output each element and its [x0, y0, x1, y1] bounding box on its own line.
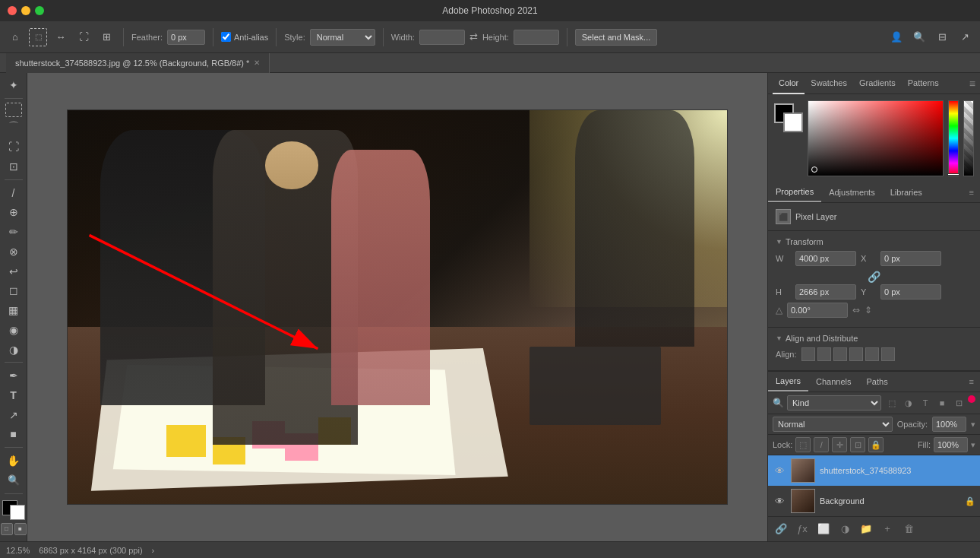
- align-top-icon[interactable]: [849, 347, 863, 361]
- flip-h-icon[interactable]: ⇔: [852, 305, 860, 315]
- tab-patterns[interactable]: Patterns: [902, 73, 945, 94]
- marquee-rect-icon[interactable]: ⬚: [29, 28, 47, 46]
- tab-channels[interactable]: Channels: [808, 373, 858, 391]
- align-left-icon[interactable]: [801, 347, 815, 361]
- tab-swatches[interactable]: Swatches: [805, 73, 853, 94]
- align-center-v-icon[interactable]: [865, 347, 879, 361]
- close-button[interactable]: [8, 6, 17, 15]
- layer-visibility-0[interactable]: 👁: [773, 464, 786, 477]
- brush-tool[interactable]: ✏: [3, 223, 24, 241]
- eyedropper-tool[interactable]: /: [3, 184, 24, 202]
- transform-icon[interactable]: ⛶: [74, 28, 93, 46]
- tab-properties[interactable]: Properties: [768, 182, 821, 202]
- anti-alias-label[interactable]: Anti-alias: [221, 32, 268, 42]
- dodge-tool[interactable]: ◑: [3, 341, 24, 359]
- align-right-icon[interactable]: [833, 347, 847, 361]
- lock-artboard-icon[interactable]: ⊡: [850, 437, 865, 452]
- filter-pixel-icon[interactable]: ⬚: [884, 395, 899, 411]
- frame-tool[interactable]: ⊡: [3, 157, 24, 176]
- blend-mode-select[interactable]: Normal: [773, 417, 893, 432]
- filter-type-select[interactable]: Kind: [787, 395, 881, 411]
- tab-gradients[interactable]: Gradients: [853, 73, 902, 94]
- lock-position-icon[interactable]: ✛: [832, 437, 847, 452]
- crop-tool[interactable]: ⛶: [3, 138, 24, 156]
- style-select[interactable]: Normal Fixed Ratio Fixed Size: [310, 29, 375, 46]
- home-icon[interactable]: ⌂: [6, 28, 24, 46]
- pen-tool[interactable]: ✒: [3, 366, 24, 385]
- color-saturation-value[interactable]: [808, 100, 944, 176]
- tab-adjustments[interactable]: Adjustments: [821, 183, 883, 201]
- layer-item-1[interactable]: 👁 Background 🔒: [768, 486, 980, 516]
- filter-shape-icon[interactable]: ■: [934, 395, 950, 411]
- link-dimensions-icon[interactable]: 🔗: [868, 271, 880, 283]
- y-input[interactable]: [880, 284, 941, 300]
- filter-type-icon[interactable]: T: [918, 395, 933, 411]
- opacity-input[interactable]: [932, 417, 966, 432]
- history-tool[interactable]: ↩: [3, 262, 24, 281]
- opacity-dropdown-icon[interactable]: ▾: [971, 420, 975, 430]
- color-panel-menu-icon[interactable]: ≡: [969, 78, 975, 90]
- w-input[interactable]: [795, 251, 856, 266]
- account-icon[interactable]: 👤: [887, 28, 906, 46]
- zoom-tool[interactable]: 🔍: [3, 471, 24, 490]
- tab-paths[interactable]: Paths: [859, 373, 896, 391]
- swap-dimensions-icon[interactable]: ⇄: [469, 31, 478, 43]
- lock-pixels-icon[interactable]: ⬚: [795, 437, 811, 452]
- quick-mask-off-icon[interactable]: □: [1, 523, 13, 535]
- align-header[interactable]: ▼ Align and Distribute: [776, 334, 972, 343]
- tab-layers[interactable]: Layers: [768, 372, 808, 392]
- filter-adjust-icon[interactable]: ◑: [901, 395, 916, 411]
- lock-paint-icon[interactable]: /: [814, 437, 829, 452]
- add-mask-icon[interactable]: ⬜: [815, 520, 832, 537]
- more-tools-icon[interactable]: ⊞: [97, 28, 115, 46]
- canvas-area[interactable]: [27, 73, 767, 541]
- align-center-h-icon[interactable]: [817, 347, 831, 361]
- move-tool[interactable]: ✦: [3, 76, 24, 94]
- select-mask-button[interactable]: Select and Mask...: [575, 29, 658, 46]
- angle-input[interactable]: [787, 303, 848, 318]
- h-input[interactable]: [795, 284, 856, 300]
- add-style-icon[interactable]: ƒx: [794, 520, 811, 537]
- x-input[interactable]: [880, 251, 941, 266]
- close-tab-icon[interactable]: ✕: [254, 59, 260, 67]
- filter-smart-icon[interactable]: ⊡: [951, 395, 966, 411]
- tab-color[interactable]: Color: [773, 73, 805, 94]
- eraser-tool[interactable]: ◻: [3, 281, 24, 300]
- share-icon[interactable]: ↗: [956, 28, 974, 46]
- quick-mask-on-icon[interactable]: ■: [14, 523, 27, 535]
- background-color[interactable]: [10, 505, 25, 520]
- add-layer-icon[interactable]: +: [879, 520, 896, 537]
- type-tool[interactable]: T: [3, 386, 24, 404]
- flip-v-icon[interactable]: ⇕: [865, 305, 872, 315]
- height-input[interactable]: [514, 30, 559, 45]
- search-icon[interactable]: 🔍: [910, 28, 928, 46]
- color-picker-area[interactable]: [2, 500, 25, 519]
- healing-tool[interactable]: ⊕: [3, 203, 24, 221]
- clone-tool[interactable]: ⊗: [3, 243, 24, 261]
- fill-input[interactable]: [934, 437, 968, 452]
- tab-libraries[interactable]: Libraries: [883, 183, 930, 201]
- feather-input[interactable]: [167, 30, 205, 45]
- workspace-icon[interactable]: ⊟: [933, 28, 951, 46]
- lasso-tool[interactable]: ⌒: [3, 119, 24, 137]
- layer-visibility-1[interactable]: 👁: [773, 494, 786, 508]
- transform-header[interactable]: ▼ Transform: [776, 237, 972, 246]
- status-nav-icon[interactable]: ›: [152, 546, 155, 555]
- lock-all-icon[interactable]: 🔒: [868, 437, 884, 452]
- link-layers-icon[interactable]: 🔗: [773, 520, 789, 537]
- hue-slider[interactable]: [948, 100, 959, 176]
- fg-bg-colors[interactable]: [774, 103, 803, 132]
- minimize-button[interactable]: [21, 6, 30, 15]
- shape-tool[interactable]: ■: [3, 426, 24, 444]
- opacity-slider[interactable]: [963, 100, 974, 176]
- fill-dropdown-icon[interactable]: ▾: [971, 440, 975, 450]
- align-bottom-icon[interactable]: [881, 347, 895, 361]
- hand-tool[interactable]: ✋: [3, 452, 24, 470]
- delete-layer-icon[interactable]: 🗑: [900, 520, 917, 537]
- marquee-tool[interactable]: [5, 103, 22, 117]
- move-icon[interactable]: ↔: [52, 28, 70, 46]
- properties-panel-menu-icon[interactable]: ≡: [963, 185, 980, 200]
- add-folder-icon[interactable]: 📁: [858, 520, 874, 537]
- traffic-lights[interactable]: [8, 6, 44, 15]
- document-tab[interactable]: shutterstock_374588923.jpg @ 12.5% (Back…: [6, 53, 270, 73]
